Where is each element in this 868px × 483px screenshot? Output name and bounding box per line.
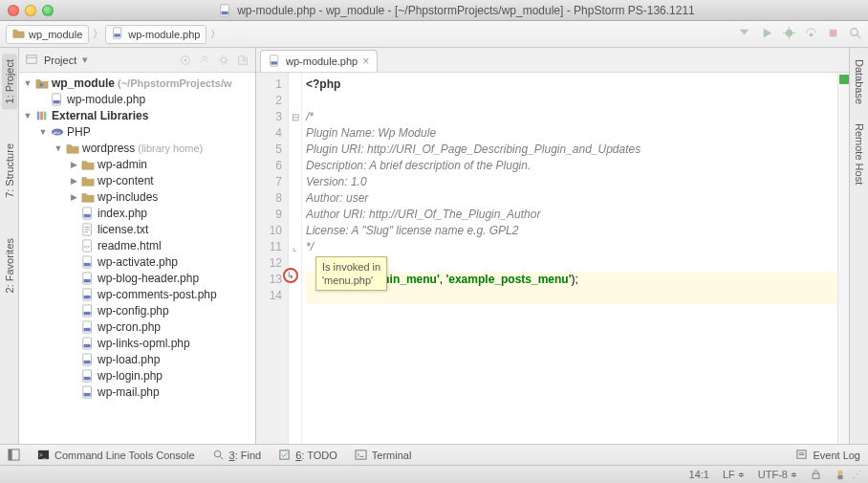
line-number[interactable]: 5 [256,142,282,158]
zoom-window-button[interactable] [42,5,54,16]
tool-tab-structure[interactable]: 7: Structure [2,138,17,204]
tree-arrow-icon[interactable]: ▼ [38,127,48,137]
svg-rect-65 [837,475,842,479]
fold-handle[interactable] [289,174,301,190]
php-icon [81,255,95,269]
tool-tab-project[interactable]: 1: Project [2,54,17,109]
tree-row[interactable]: <>readme.html [19,237,255,253]
tree-row[interactable]: wp-comments-post.php [19,286,255,302]
tool-tab-database[interactable]: Database [852,54,867,110]
fold-handle[interactable] [289,223,301,239]
fold-handle[interactable] [289,255,301,272]
breadcrumb-item-file[interactable]: wp-module.php [105,25,206,44]
run-icon[interactable] [760,26,774,42]
line-number[interactable]: 2 [256,93,282,109]
code-content[interactable]: <?php /* Plugin Name: Wp Module Plugin U… [302,73,837,444]
fold-handle[interactable] [289,77,301,93]
fold-handle[interactable] [289,272,301,288]
tree-row[interactable]: wp-blog-header.php [19,270,255,286]
run-listener-icon[interactable] [804,26,818,42]
breadcrumb-item-module[interactable]: wp_module [6,25,89,44]
tree-row[interactable]: wp-activate.php [19,253,255,270]
fold-handle[interactable] [289,93,301,109]
tree-row[interactable]: ▼wordpress (library home) [19,140,255,156]
toolbar-run-controls [738,26,862,42]
tree-row[interactable]: wp-cron.php [19,318,255,335]
search-icon[interactable] [848,26,862,42]
tree-row[interactable]: license.txt [19,221,255,237]
line-number[interactable]: 8 [256,190,282,207]
tree-row[interactable]: index.php [19,205,255,221]
fold-handle[interactable] [289,142,301,158]
error-stripe[interactable] [837,73,849,444]
line-number[interactable]: 11 [256,239,282,255]
tool-tab-terminal[interactable]: Terminal [355,449,412,461]
line-number[interactable]: 10 [256,223,282,239]
fold-handle[interactable] [289,207,301,223]
line-number[interactable]: 13 [256,272,282,288]
fold-handle[interactable]: ⌞ [289,239,301,255]
tool-tab-favorites[interactable]: 2: Favorites [2,232,17,298]
line-separator[interactable]: LF ≑ [723,469,745,480]
line-number-gutter[interactable]: 1234567891011121314 [256,73,289,444]
stop-icon[interactable] [826,26,840,42]
tree-label: wp-blog-header.php [98,272,199,285]
lock-icon[interactable] [811,469,821,480]
collapse-all-icon[interactable] [198,54,211,67]
line-number[interactable]: 14 [256,288,282,304]
tool-tab-event-log[interactable]: Event Log [795,449,860,461]
tree-arrow-icon[interactable]: ▼ [54,143,63,153]
tree-arrow-icon[interactable]: ▶ [69,176,78,186]
line-number[interactable]: 1 [256,77,282,93]
tree-row[interactable]: wp-links-opml.php [19,335,255,351]
fold-handle[interactable] [289,190,301,207]
tree-row[interactable]: ▼External Libraries [19,107,255,123]
line-number[interactable]: 6 [256,158,282,174]
compile-dropdown-icon[interactable] [738,26,752,42]
line-number[interactable]: 4 [256,125,282,142]
tree-row[interactable]: wp-login.php [19,367,255,384]
dropdown-icon[interactable]: ▾ [82,54,88,66]
tree-row[interactable]: wp-load.php [19,351,255,367]
fold-handle[interactable] [289,158,301,174]
tree-arrow-icon[interactable]: ▼ [23,78,33,88]
tool-tab-todo[interactable]: 6: TODO [278,449,337,461]
tree-row[interactable]: ▶wp-content [19,172,255,188]
code-editor[interactable]: 1234567891011121314 ⊟⌞ <?php /* Plugin N… [256,73,849,444]
line-number[interactable]: 7 [256,174,282,190]
tree-row[interactable]: ▶wp-includes [19,188,255,205]
tree-row[interactable]: ▼wp_module (~/PhpstormProjects/w [19,75,255,91]
minimize-window-button[interactable] [25,5,36,16]
tool-tab-find[interactable]: 3: Find [212,449,262,461]
project-tree[interactable]: ▼wp_module (~/PhpstormProjects/wwp-modul… [19,73,255,444]
tree-row[interactable]: ▶wp-admin [19,156,255,172]
fold-column[interactable]: ⊟⌞ [289,73,302,444]
hide-panel-icon[interactable] [236,54,250,67]
tree-row[interactable]: ▼phpPHP [19,123,255,140]
editor-tab[interactable]: wp-module.php × [260,50,378,72]
debug-icon[interactable] [782,26,796,42]
line-number[interactable]: 3 [256,109,282,125]
tool-tab-cmdline[interactable]: >_ Command Line Tools Console [37,449,195,461]
line-number[interactable]: 9 [256,207,282,223]
close-tab-icon[interactable]: × [362,55,369,68]
tool-tab-remote-host[interactable]: Remote Host [852,118,867,190]
close-window-button[interactable] [8,5,19,16]
scroll-to-source-icon[interactable] [179,54,192,67]
line-number[interactable]: 12 [256,255,282,272]
fold-handle[interactable]: ⊟ [289,109,301,125]
fold-handle[interactable] [289,288,301,304]
tree-row[interactable]: wp-module.php [19,91,255,107]
caret-position[interactable]: 14:1 [689,469,709,480]
file-encoding[interactable]: UTF-8 ≑ [758,469,797,480]
tree-arrow-icon[interactable]: ▶ [69,192,78,202]
hector-icon[interactable] [835,469,846,480]
tool-windows-toggle-icon[interactable] [8,449,20,461]
tree-row[interactable]: wp-config.php [19,302,255,318]
titlebar: wp-module.php - wp_module - [~/PhpstormP… [0,0,868,21]
gear-icon[interactable] [217,54,230,67]
tree-row[interactable]: wp-mail.php [19,384,255,400]
tree-arrow-icon[interactable]: ▶ [69,160,78,169]
fold-handle[interactable] [289,125,301,142]
tree-arrow-icon[interactable]: ▼ [23,111,33,121]
